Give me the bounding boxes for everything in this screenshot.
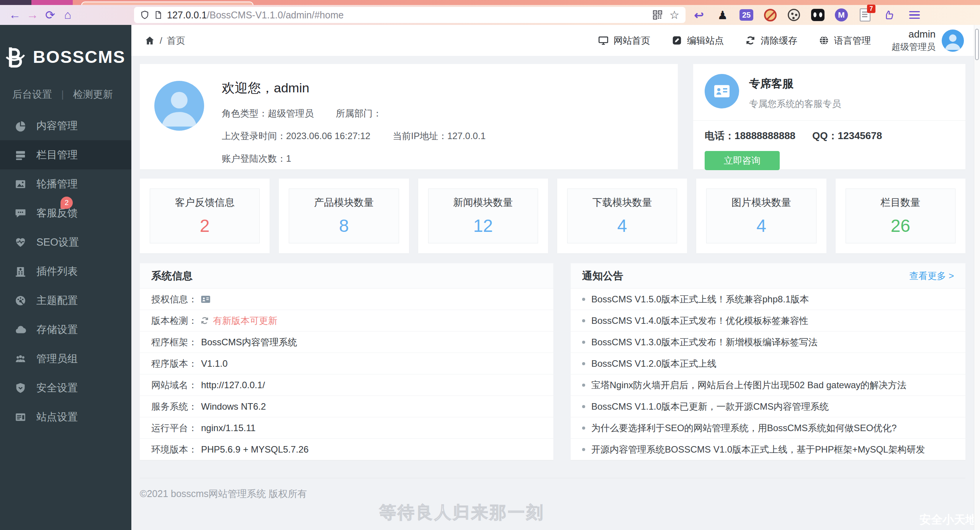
- sidebar-item-plugins[interactable]: 插件列表: [0, 257, 131, 286]
- site-settings-icon: [15, 411, 26, 423]
- stat-card-images: 图片模块数量4: [696, 179, 826, 253]
- last-login-time: 上次登录时间：2023.06.06 16:27:12: [222, 130, 370, 142]
- sidebar-item-security[interactable]: 安全设置: [0, 373, 131, 402]
- view-more-link[interactable]: 查看更多 >: [909, 270, 954, 282]
- update-available-link[interactable]: 有新版本可更新: [213, 315, 277, 327]
- content: 欢迎您，admin 角色类型：超级管理员 所属部门： 上次登录时间：2023.0…: [131, 56, 974, 530]
- comment-icon: [15, 207, 26, 219]
- sidebar: BOSSCMS 后台设置 | 检测更新 内容管理 栏目管理 轮播管理 客服反馈: [0, 25, 131, 530]
- user-info[interactable]: admin 超级管理员: [892, 28, 936, 53]
- stat-card-news: 新闻模块数量12: [418, 179, 548, 253]
- home-button[interactable]: ⌂: [59, 7, 77, 23]
- browser-tabstrip: [0, 0, 980, 5]
- os-row: 服务系统：Windows NT6.2: [140, 396, 553, 417]
- sidebar-item-storage[interactable]: 存储设置: [0, 315, 131, 344]
- m-extension-icon[interactable]: M: [834, 8, 849, 22]
- user-role: 超级管理员: [892, 41, 936, 53]
- user-name: admin: [892, 28, 936, 40]
- welcome-avatar: [154, 81, 204, 131]
- license-id-card-icon[interactable]: [200, 294, 211, 305]
- notice-item[interactable]: 开源内容管理系统BOSSCMS V1.0版本正式上线，基于PHP框架+MySQL…: [571, 439, 965, 460]
- cloud-icon: [15, 324, 26, 336]
- edit-pencil-icon: [672, 35, 682, 46]
- active-tab[interactable]: [81, 2, 254, 5]
- sidebar-item-theme[interactable]: 主题配置: [0, 286, 131, 315]
- backend-settings-link[interactable]: 后台设置: [12, 88, 52, 101]
- sidebar-item-seo[interactable]: SEO设置: [0, 228, 131, 257]
- platform-row: 运行平台：nginx/1.15.11: [140, 417, 553, 439]
- downloads-badge: 25: [739, 9, 753, 21]
- undo-extension-icon[interactable]: ↩: [692, 8, 706, 22]
- page-scrollbar[interactable]: [974, 25, 980, 530]
- globe-icon: [819, 35, 829, 46]
- bullet-icon: [582, 405, 585, 408]
- page-info-icon[interactable]: [154, 10, 162, 20]
- service-qq: QQ：12345678: [812, 129, 882, 143]
- stat-card-feedback: 客户反馈信息2: [140, 179, 270, 253]
- clear-cache-button[interactable]: 清除缓存: [745, 34, 797, 47]
- update-refresh-icon: [200, 316, 209, 325]
- site-home-button[interactable]: 网站首页: [598, 34, 650, 47]
- reload-button[interactable]: ⟳: [41, 7, 59, 23]
- stat-value: 4: [756, 215, 766, 236]
- qr-code-icon[interactable]: [653, 10, 663, 20]
- version-check-row: 版本检测： 有新版本可更新: [140, 310, 553, 331]
- url-text[interactable]: 127.0.0.1/BossCMS-V1.1.0/admin/#home: [167, 10, 344, 21]
- welcome-title: 欢迎您，admin: [222, 79, 486, 97]
- breadcrumb: / 首页: [144, 34, 185, 47]
- pie-chart-icon: [15, 120, 26, 132]
- language-button[interactable]: 语言管理: [819, 34, 871, 47]
- notice-item[interactable]: BossCMS V1.2.0版本正式上线: [571, 353, 965, 374]
- notices-panel: 通知公告 查看更多 > BossCMS V1.5.0版本正式上线！系统兼容php…: [571, 263, 965, 460]
- sidebar-item-content[interactable]: 内容管理: [0, 111, 131, 140]
- sidebar-item-feedback[interactable]: 客服反馈 2: [0, 199, 131, 228]
- quick-links-divider: |: [61, 89, 64, 100]
- edit-site-button[interactable]: 编辑站点: [672, 34, 724, 47]
- feedback-count-badge: 2: [61, 197, 73, 209]
- notice-item[interactable]: BossCMS V1.5.0版本正式上线！系统兼容php8.1版本: [571, 289, 965, 310]
- bullet-icon: [582, 341, 585, 344]
- sidebar-toggle-icon[interactable]: [882, 8, 896, 22]
- notice-item[interactable]: BossCMS V1.1.0版本已更新，一款开源CMS内容管理系统: [571, 396, 965, 417]
- footer-copyright: ©2021 bosscms网站管理系统 版权所有: [140, 478, 965, 500]
- notice-item[interactable]: BossCMS V1.4.0版本正式发布！优化模板标签兼容性: [571, 310, 965, 331]
- adblock-extension-icon[interactable]: [763, 8, 777, 22]
- notes-extension-icon[interactable]: 7: [858, 8, 872, 22]
- home-icon[interactable]: [144, 35, 155, 46]
- consult-now-button[interactable]: 立即咨询: [705, 151, 780, 170]
- panda-extension-icon[interactable]: [810, 8, 825, 22]
- notices-title: 通知公告: [582, 269, 623, 283]
- logo-text: BOSSCMS: [33, 47, 126, 67]
- bullet-icon: [582, 319, 585, 322]
- notice-item[interactable]: BossCMS V1.3.0版本正式发布！新增模板编译标签写法: [571, 331, 965, 353]
- sidebar-item-columns[interactable]: 栏目管理: [0, 140, 131, 169]
- url-path: /BossCMS-V1.1.0/admin/#home: [207, 10, 344, 20]
- sidebar-item-site[interactable]: 站点设置: [0, 402, 131, 432]
- url-bar[interactable]: 127.0.0.1/BossCMS-V1.1.0/admin/#home ☆: [134, 7, 686, 23]
- sidebar-item-carousel[interactable]: 轮播管理: [0, 169, 131, 199]
- version-row: 程序版本：V1.1.0: [140, 353, 553, 374]
- profile-extension-icon[interactable]: ♟: [715, 8, 730, 22]
- stat-value: 2: [200, 215, 210, 236]
- sidebar-item-admins[interactable]: 管理员组: [0, 344, 131, 373]
- bookmark-star-icon[interactable]: ☆: [669, 8, 679, 21]
- breadcrumb-home-label[interactable]: 首页: [167, 34, 185, 47]
- check-update-link[interactable]: 检测更新: [73, 88, 113, 101]
- downloads-extension-icon[interactable]: 25: [739, 8, 754, 22]
- user-avatar[interactable]: [942, 30, 964, 52]
- framework-row: 程序框架：BossCMS内容管理系统: [140, 331, 553, 353]
- notice-item[interactable]: 为什么要选择利于SEO的网站管理系统，用BossCMS系统如何做SEO优化?: [571, 417, 965, 439]
- license-row: 授权信息：: [140, 289, 553, 310]
- notice-item[interactable]: 宝塔Nginx防火墙开启后，网站后台上传图片出现502 Bad gateway的…: [571, 374, 965, 396]
- extension-icons: ↩ ♟ 25 M 7: [692, 8, 920, 22]
- shield-icon[interactable]: [140, 10, 149, 20]
- users-icon: [15, 353, 26, 365]
- menu-hamburger-icon[interactable]: [909, 11, 920, 19]
- welcome-card: 欢迎您，admin 角色类型：超级管理员 所属部门： 上次登录时间：2023.0…: [140, 64, 678, 169]
- scrollbar-thumb[interactable]: [975, 29, 979, 60]
- cookie-extension-icon[interactable]: [787, 8, 801, 22]
- system-info-title: 系统信息: [140, 263, 553, 289]
- back-button[interactable]: ←: [6, 7, 24, 23]
- environment-row: 环境版本：PHP5.6.9 + MYSQL5.7.26: [140, 439, 553, 460]
- forward-button[interactable]: →: [24, 7, 41, 23]
